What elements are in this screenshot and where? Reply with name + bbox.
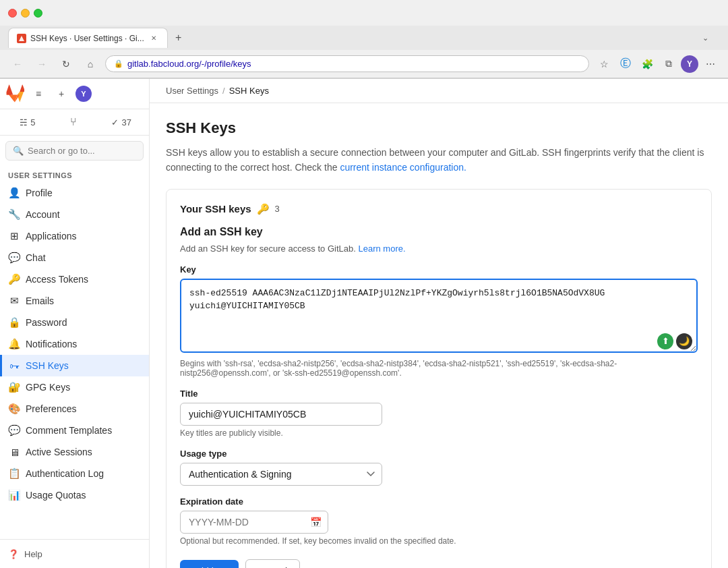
split-screen-button[interactable]: ⧉	[659, 55, 678, 74]
help-icon: ❓	[8, 549, 19, 559]
nav-icon-emails: ✉	[8, 295, 20, 307]
address-text: gitlab.fabcloud.org/-/profile/keys	[127, 59, 580, 69]
nav-icon-password: 🔒	[8, 316, 20, 329]
star-button[interactable]: ☆	[595, 55, 613, 74]
add-key-form-desc: Add an SSH key for secure access to GitL…	[180, 244, 698, 254]
todo-counter-button[interactable]: ☵ 5	[5, 113, 50, 131]
menu-button[interactable]: ⋯	[701, 55, 720, 74]
more-tabs-button[interactable]: ⌄	[696, 28, 715, 47]
issues-count: 37	[121, 117, 131, 127]
nav-icon-gpg-keys: 🔐	[8, 381, 20, 393]
nav-label-access-tokens: Access Tokens	[26, 274, 88, 285]
app-container: ≡ + Y ☵ 5 ⑂ ✓ 37 🔍 Search or go to... Us…	[0, 79, 728, 568]
nav-icon-access-tokens: 🔑	[8, 273, 20, 285]
your-keys-title: Your SSH keys 🔑 3	[180, 203, 698, 215]
sidebar-item-chat[interactable]: 💬 Chat	[0, 247, 149, 268]
expiration-hint: Optional but recommended. If set, key be…	[180, 536, 698, 546]
sidebar-item-comment-templates[interactable]: 💬 Comment Templates	[0, 420, 149, 441]
sidebar-counters: ☵ 5 ⑂ ✓ 37	[0, 109, 149, 136]
tab-close-button[interactable]: ✕	[148, 33, 159, 44]
extensions-button[interactable]: 🧩	[638, 55, 657, 74]
nav-label-usage-quotas: Usage Quotas	[26, 490, 86, 501]
sidebar-item-applications[interactable]: ⊞ Applications	[0, 225, 149, 247]
nav-label-auth-log: Authentication Log	[26, 468, 104, 479]
learn-more-link[interactable]: Learn more.	[358, 244, 405, 254]
address-bar[interactable]: 🔒 gitlab.fabcloud.org/-/profile/keys	[105, 55, 589, 72]
close-window-button[interactable]	[8, 9, 17, 18]
sidebar-top: ≡ + Y	[0, 79, 149, 109]
maximize-window-button[interactable]	[34, 9, 42, 18]
issues-counter-button[interactable]: ✓ 37	[99, 113, 144, 131]
sidebar-item-gpg-keys[interactable]: 🔐 GPG Keys	[0, 376, 149, 398]
expiration-input[interactable]	[180, 511, 328, 534]
usage-type-form-group: Usage type Authentication & SigningAuthe…	[180, 449, 698, 486]
traffic-lights	[8, 9, 42, 18]
user-avatar[interactable]: Y	[75, 86, 92, 102]
nav-icon-account: 🔧	[8, 208, 20, 221]
nav-icon-active-sessions: 🖥	[8, 446, 20, 458]
nav-icon-chat: 💬	[8, 252, 20, 264]
tab-title: SSH Keys · User Settings · Gi...	[30, 34, 144, 43]
key-upload-button[interactable]: ⬆	[657, 333, 673, 349]
todo-count: 5	[30, 117, 35, 127]
sidebar-item-password[interactable]: 🔒 Password	[0, 312, 149, 333]
key-textarea[interactable]: ssh-ed25519 AAA6AC3NzaC1lZDj1NTEAAIPjUl2…	[180, 279, 698, 353]
nav-icon-usage-quotas: 📊	[8, 489, 20, 501]
sidebar-item-emails[interactable]: ✉ Emails	[0, 290, 149, 312]
sidebar-item-preferences[interactable]: 🎨 Preferences	[0, 398, 149, 420]
main-content: User Settings / SSH Keys SSH Keys SSH ke…	[150, 79, 728, 568]
key-textarea-icons: ⬆ 🌙	[657, 333, 692, 349]
mr-counter-button[interactable]: ⑂	[53, 113, 97, 131]
nav-label-preferences: Preferences	[26, 403, 76, 414]
sidebar-item-ssh-keys[interactable]: 🗝 SSH Keys	[0, 355, 149, 376]
add-key-button[interactable]: Add key	[180, 560, 239, 568]
sidebar-item-profile[interactable]: 👤 Profile	[0, 182, 149, 204]
sidebar-item-account[interactable]: 🔧 Account	[0, 204, 149, 225]
sidebar-item-usage-quotas[interactable]: 📊 Usage Quotas	[0, 484, 149, 506]
forward-button[interactable]: →	[32, 55, 51, 74]
your-keys-label: Your SSH keys	[180, 203, 251, 215]
svg-marker-0	[19, 36, 24, 41]
browser-tab[interactable]: SSH Keys · User Settings · Gi... ✕	[8, 28, 168, 48]
search-bar[interactable]: 🔍 Search or go to...	[5, 141, 144, 161]
nav-label-profile: Profile	[26, 188, 53, 198]
key-hint: Begins with 'ssh-rsa', 'ecdsa-sha2-nistp…	[180, 359, 698, 378]
instance-config-link[interactable]: current instance configuration.	[340, 162, 466, 173]
help-label: Help	[24, 549, 42, 559]
nav-label-chat: Chat	[26, 252, 46, 263]
sidebar-bottom: ❓ Help	[0, 539, 149, 568]
reload-button[interactable]: ↻	[57, 55, 75, 74]
sidebar-toggle-button[interactable]: ≡	[30, 85, 47, 103]
browser-profile-button[interactable]: Y	[681, 55, 698, 73]
nav-icon-profile: 👤	[8, 187, 20, 199]
sidebar-item-active-sessions[interactable]: 🖥 Active Sessions	[0, 441, 149, 463]
help-item[interactable]: ❓ Help	[8, 545, 141, 563]
sidebar-new-button[interactable]: +	[53, 85, 70, 103]
add-key-form: Add an SSH key Add an SSH key for secure…	[180, 226, 698, 568]
title-label: Title	[180, 389, 698, 399]
new-tab-button[interactable]: +	[171, 30, 187, 46]
usage-type-select[interactable]: Authentication & SigningAuthenticationSi…	[180, 463, 382, 486]
sidebar-item-auth-log[interactable]: 📋 Authentication Log	[0, 463, 149, 484]
expiration-form-group: Expiration date 📅 Optional but recommend…	[180, 496, 698, 546]
back-button[interactable]: ←	[8, 55, 27, 74]
key-label: Key	[180, 264, 698, 275]
nav-label-applications: Applications	[26, 231, 77, 242]
nav-icon-preferences: 🎨	[8, 403, 20, 415]
minimize-window-button[interactable]	[21, 9, 30, 18]
sidebar-item-notifications[interactable]: 🔔 Notifications	[0, 333, 149, 355]
page-body: SSH Keys SSH keys allow you to establish…	[150, 103, 728, 568]
home-button[interactable]: ⌂	[81, 55, 100, 74]
title-input[interactable]	[180, 403, 382, 426]
breadcrumb-parent[interactable]: User Settings	[166, 86, 218, 96]
sidebar-nav: 👤 Profile 🔧 Account ⊞ Applications 💬 Cha…	[0, 182, 149, 506]
your-keys-section: Your SSH keys 🔑 3 Add an SSH key Add an …	[166, 189, 712, 568]
nav-icon-auth-log: 📋	[8, 467, 20, 480]
key-icon: 🔑	[257, 203, 270, 215]
add-key-form-title: Add an SSH key	[180, 226, 698, 238]
nav-icon-notifications: 🔔	[8, 338, 20, 350]
browser-chrome: SSH Keys · User Settings · Gi... ✕ + ⌄ ←…	[0, 0, 728, 79]
key-theme-button[interactable]: 🌙	[676, 333, 692, 349]
cancel-button[interactable]: Cancel	[245, 559, 301, 568]
sidebar-item-access-tokens[interactable]: 🔑 Access Tokens	[0, 268, 149, 290]
